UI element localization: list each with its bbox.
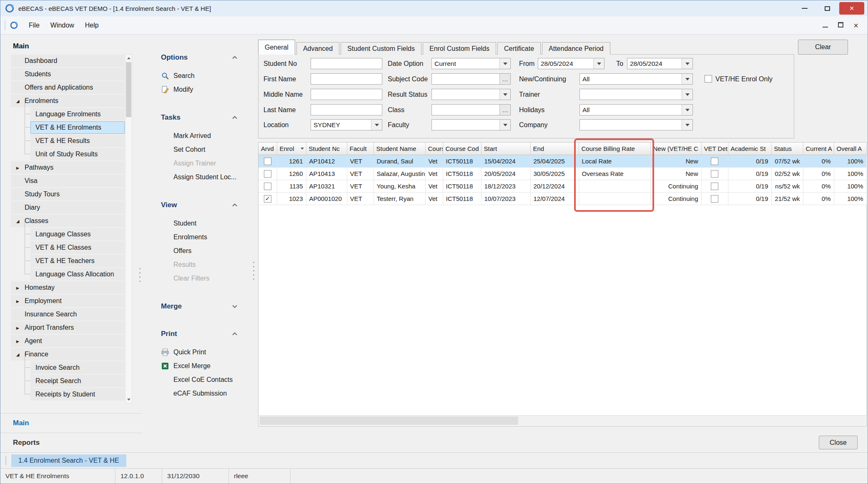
collapsed-icon[interactable] (11, 299, 25, 303)
date-option-select[interactable]: Current (431, 58, 511, 69)
scroll-up-icon[interactable] (125, 55, 132, 62)
tab-general[interactable]: General (258, 40, 295, 55)
dropdown-arrow-icon[interactable] (593, 58, 604, 69)
scrollbar-thumb[interactable] (126, 62, 131, 117)
sidebar-item-employment[interactable]: Employment (11, 295, 125, 307)
panel-item-search[interactable]: Search (161, 69, 257, 83)
panel-item-excel-merge[interactable]: Excel Merge (161, 359, 257, 373)
tab-enrol-custom-fields[interactable]: Enrol Custom Fields (423, 42, 496, 55)
splitter-handle[interactable] (138, 268, 141, 282)
filter-arrow-icon[interactable] (301, 148, 304, 150)
maximize-button[interactable] (816, 0, 838, 16)
from-date-picker[interactable]: 28/05/2024 (538, 58, 605, 69)
vet-details-checkbox[interactable] (711, 170, 718, 178)
sidebar-item-vet-he-enrolments[interactable]: VET & HE Enrolments (30, 121, 125, 134)
last-name-input[interactable] (311, 104, 382, 115)
arrived-checkbox[interactable] (264, 158, 271, 165)
holidays-select[interactable]: All (580, 104, 693, 115)
sidebar-item-offers-and-applications[interactable]: Offers and Applications (11, 81, 125, 94)
column-header-overall[interactable]: Overall A (834, 143, 866, 155)
sidebar-item-unit-of-study-results[interactable]: Unit of Study Results (30, 148, 125, 160)
menu-help[interactable]: Help (80, 19, 104, 32)
dropdown-arrow-icon[interactable] (682, 89, 692, 100)
vet-he-enrol-only-checkbox[interactable] (705, 75, 712, 83)
tab-student-custom-fields[interactable]: Student Custom Fields (341, 42, 421, 55)
dropdown-arrow-icon[interactable] (682, 74, 692, 84)
sidebar-item-language-enrolments[interactable]: Language Enrolments (30, 108, 125, 120)
sidebar-section-reports[interactable]: Reports (0, 433, 142, 452)
dropdown-arrow-icon[interactable] (682, 58, 692, 69)
subject-code-input[interactable]: … (431, 73, 511, 85)
sidebar-item-vet-he-teachers[interactable]: VET & HE Teachers (30, 255, 125, 267)
panel-item-offers[interactable]: Offers (161, 244, 257, 258)
column-header-start[interactable]: Start (481, 143, 530, 155)
class-browse-button[interactable]: … (499, 105, 510, 115)
dropdown-arrow-icon[interactable] (499, 58, 510, 69)
tab-attendance-period[interactable]: Attendance Period (542, 42, 610, 55)
collapsed-icon[interactable] (11, 286, 25, 290)
menu-window[interactable]: Window (45, 19, 80, 32)
menu-file[interactable]: File (23, 19, 45, 32)
mdi-close-button[interactable]: × (853, 21, 858, 30)
column-header-end[interactable]: End (530, 143, 579, 155)
scroll-down-icon[interactable] (125, 396, 132, 403)
student-no-input[interactable] (311, 58, 382, 69)
mdi-restore-button[interactable] (838, 22, 843, 29)
minimize-button[interactable] (793, 0, 816, 16)
dropdown-arrow-icon[interactable] (371, 120, 382, 130)
panel-item-mark-arrived[interactable]: Mark Arrived (161, 129, 257, 143)
location-select[interactable]: SYDNEY (311, 119, 382, 130)
collapsed-icon[interactable] (11, 166, 25, 170)
class-input[interactable]: … (431, 104, 511, 115)
dropdown-arrow-icon[interactable] (499, 89, 510, 100)
grid-row[interactable]: 1023 AP0001020 VET Testerr, Ryan Vet ICT… (258, 192, 866, 205)
sidebar-item-language-class-allocation[interactable]: Language Class Allocation (30, 268, 125, 281)
result-status-select[interactable] (431, 89, 511, 100)
panel-item-assign-student-location[interactable]: Assign Student Loc... (161, 170, 257, 184)
to-date-picker[interactable]: 28/05/2024 (627, 58, 693, 69)
clear-button[interactable]: Clear (798, 40, 848, 55)
grid-horizontal-scrollbar[interactable] (259, 415, 866, 426)
section-print-header[interactable]: Print (161, 328, 238, 340)
faculty-select[interactable] (431, 119, 511, 130)
column-header-course-code[interactable]: Course Cod (443, 143, 481, 155)
vet-details-checkbox[interactable] (711, 158, 718, 165)
tree-scrollbar[interactable] (125, 54, 132, 404)
expanded-icon[interactable] (11, 352, 25, 357)
sidebar-item-airport-transfers[interactable]: Airport Transfers (11, 321, 125, 334)
scrollbar-thumb[interactable] (260, 416, 518, 425)
sidebar-item-homestay[interactable]: Homestay (11, 281, 125, 294)
grid-row[interactable]: 1260 AP10413 VET Salazar, Augustina Vet … (258, 167, 866, 180)
subject-code-browse-button[interactable]: … (499, 74, 510, 84)
sidebar-item-invoice-search[interactable]: Invoice Search (30, 361, 125, 374)
sidebar-item-vet-he-results[interactable]: VET & HE Results (30, 135, 125, 147)
panel-item-excel-coe-contacts[interactable]: Excel CoE Contacts (161, 373, 257, 386)
expanded-icon[interactable] (11, 219, 25, 223)
sidebar-item-insurance-search[interactable]: Insurance Search (11, 308, 125, 321)
new-continuing-select[interactable]: All (580, 73, 693, 85)
sidebar-item-students[interactable]: Students (11, 68, 125, 80)
close-button[interactable]: Close (819, 436, 858, 449)
column-header-current[interactable]: Current A (803, 143, 834, 155)
panel-item-student[interactable]: Student (161, 216, 257, 230)
grid-row[interactable]: 1261 AP10412 VET Durand, Saul Vet ICT501… (258, 155, 866, 167)
arrived-checkbox[interactable] (264, 170, 271, 178)
sidebar-item-study-tours[interactable]: Study Tours (11, 188, 125, 201)
collapsed-icon[interactable] (11, 339, 25, 344)
column-header-new-continuing[interactable]: New (VET/HE C (650, 143, 701, 155)
company-select[interactable] (580, 119, 693, 130)
panel-item-modify[interactable]: Modify (161, 83, 257, 96)
column-header-student-name[interactable]: Student Name (374, 143, 425, 155)
splitter-handle[interactable] (252, 262, 255, 280)
middle-name-input[interactable] (311, 89, 382, 100)
tab-certificate[interactable]: Certificate (497, 42, 541, 55)
column-header-faculty[interactable]: Facult (347, 143, 374, 155)
column-header-course-billing-rate[interactable]: Course Billing Rate (579, 143, 650, 155)
panel-item-quick-print[interactable]: Quick Print (161, 345, 257, 359)
vet-details-checkbox[interactable] (711, 183, 718, 190)
sidebar-item-visa[interactable]: Visa (11, 175, 125, 187)
sidebar-item-diary[interactable]: Diary (11, 201, 125, 214)
collapsed-icon[interactable] (11, 326, 25, 330)
dropdown-arrow-icon[interactable] (499, 120, 510, 130)
document-tab-enrolment-search[interactable]: 1.4 Enrolment Search - VET & HE (11, 454, 126, 467)
